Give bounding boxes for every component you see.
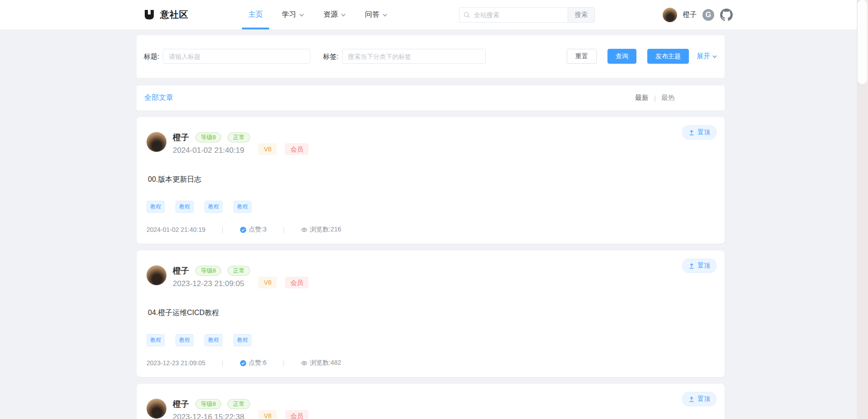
- post-card: 置顶 橙子 等级8 正常 2024-01-02 21:40:19 V8 会员 0…: [137, 117, 725, 244]
- post-tag[interactable]: 教程: [233, 334, 251, 346]
- post-author[interactable]: 橙子: [173, 265, 189, 276]
- status-badge: 正常: [228, 399, 250, 409]
- global-search: 搜索: [459, 7, 595, 23]
- post-tag[interactable]: 教程: [175, 334, 194, 346]
- nav-item-learn[interactable]: 学习: [275, 0, 311, 29]
- post-author[interactable]: 橙子: [173, 399, 189, 410]
- post-tag[interactable]: 教程: [147, 334, 165, 346]
- likes-count: 点赞:3: [249, 226, 267, 234]
- footer-divider: |: [222, 226, 223, 233]
- likes-stat: 点赞:3: [240, 226, 267, 234]
- likes-stat: 点赞:6: [240, 359, 267, 367]
- post-tag[interactable]: 教程: [147, 201, 165, 213]
- tag-filter-input[interactable]: [342, 49, 486, 64]
- avatar[interactable]: [147, 399, 166, 419]
- pin-top-button[interactable]: 置顶: [682, 392, 716, 406]
- brand-name: 意社区: [160, 9, 189, 21]
- username[interactable]: 橙子: [683, 10, 697, 19]
- github-icon[interactable]: [720, 9, 733, 21]
- sort-newest[interactable]: 最新: [635, 94, 649, 102]
- member-badge: 会员: [285, 410, 308, 419]
- search-button[interactable]: 搜索: [568, 7, 595, 23]
- views-stat: 浏览数:216: [301, 226, 341, 234]
- post-tag[interactable]: 教程: [204, 334, 223, 346]
- post-title[interactable]: 00.版本更新日志: [148, 175, 716, 184]
- views-count: 浏览数:482: [310, 359, 341, 367]
- publish-topic-button[interactable]: 发布主题: [647, 49, 689, 64]
- footer-divider: |: [283, 226, 285, 233]
- user-area: 橙子 G: [663, 0, 733, 29]
- pin-label: 置顶: [697, 128, 710, 137]
- brand[interactable]: 意社区: [143, 0, 189, 29]
- views-count: 浏览数:216: [310, 226, 341, 234]
- vip-badge: V8: [258, 143, 277, 155]
- footer-divider: |: [222, 359, 223, 367]
- level-badge: 等级8: [195, 266, 221, 276]
- expand-toggle[interactable]: 展开: [697, 52, 717, 61]
- avatar[interactable]: [147, 265, 166, 285]
- pin-top-button[interactable]: 置顶: [682, 125, 716, 140]
- arrow-up-to-line-icon: [688, 263, 695, 269]
- arrow-up-to-line-icon: [688, 396, 695, 402]
- post-datetime: 2023-12-23 21:09:05: [173, 279, 250, 288]
- nav-item-qa[interactable]: 问答: [359, 0, 394, 29]
- level-badge: 等级8: [195, 399, 221, 409]
- title-filter-label: 标题:: [144, 49, 159, 64]
- avatar[interactable]: [147, 132, 166, 152]
- nav-item-resources[interactable]: 资源: [317, 0, 352, 29]
- list-header: 全部文章 最新 | 最热: [137, 85, 725, 110]
- chevron-down-icon: [341, 12, 346, 18]
- tag-filter-label: 标签:: [323, 49, 338, 64]
- scrollbar-thumb[interactable]: [858, 0, 867, 84]
- main-nav: 主页 学习 资源 问答: [239, 0, 397, 29]
- title-filter-input[interactable]: [163, 49, 310, 64]
- post-card: 置顶 橙子 等级8 正常 2023-12-16 15:22:38 V8 会员: [137, 384, 725, 419]
- level-badge: 等级8: [195, 132, 221, 142]
- check-circle-icon: [240, 226, 247, 233]
- search-input[interactable]: [459, 7, 568, 23]
- arrow-up-to-line-icon: [688, 129, 695, 136]
- category-all-articles[interactable]: 全部文章: [144, 93, 173, 103]
- sort-divider: |: [654, 94, 656, 102]
- check-circle-icon: [240, 360, 247, 367]
- member-badge: 会员: [285, 143, 308, 155]
- pin-top-button[interactable]: 置顶: [682, 259, 716, 273]
- likes-count: 点赞:6: [249, 359, 267, 367]
- query-button[interactable]: 查询: [607, 49, 636, 64]
- post-title[interactable]: 04.橙子运维CICD教程: [148, 308, 716, 318]
- filter-bar: 标题: 标签: 重置 查询 发布主题 展开: [137, 35, 725, 78]
- reset-button[interactable]: 重置: [567, 49, 597, 64]
- community-logo-icon: [143, 9, 156, 21]
- nav-label: 学习: [282, 10, 296, 19]
- post-datetime: 2023-12-16 15:22:38: [173, 413, 250, 419]
- post-card: 置顶 橙子 等级8 正常 2023-12-23 21:09:05 V8 会员 0…: [137, 250, 725, 377]
- post-datetime: 2024-01-02 21:40:19: [173, 146, 250, 155]
- eye-icon: [301, 226, 308, 233]
- nav-label: 主页: [248, 10, 263, 19]
- chevron-down-icon: [712, 54, 717, 59]
- vip-badge: V8: [258, 277, 277, 288]
- member-badge: 会员: [285, 277, 308, 288]
- post-author[interactable]: 橙子: [173, 132, 189, 143]
- post-footer: 2024-01-02 21:40:19 | 点赞:3 | 浏览数:216: [147, 226, 716, 234]
- avatar[interactable]: [663, 8, 677, 22]
- chevron-down-icon: [382, 12, 388, 18]
- post-tag[interactable]: 教程: [175, 201, 194, 213]
- sort-hottest[interactable]: 最热: [661, 94, 675, 102]
- footer-divider: |: [283, 359, 285, 367]
- nav-label: 资源: [323, 10, 338, 19]
- posted-date: 2023-12-23 21:09:05: [147, 359, 205, 367]
- gitee-icon[interactable]: G: [702, 9, 714, 21]
- eye-icon: [301, 360, 308, 367]
- status-badge: 正常: [228, 266, 250, 276]
- post-footer: 2023-12-23 21:09:05 | 点赞:6 | 浏览数:482: [147, 359, 716, 367]
- post-tag[interactable]: 教程: [204, 201, 223, 213]
- scrollbar-track[interactable]: [857, 0, 868, 419]
- posted-date: 2024-01-02 21:40:19: [147, 226, 205, 233]
- expand-label: 展开: [697, 52, 710, 61]
- views-stat: 浏览数:482: [301, 359, 341, 367]
- nav-item-home[interactable]: 主页: [242, 0, 269, 29]
- post-tag[interactable]: 教程: [233, 201, 251, 213]
- search-icon: [463, 11, 470, 19]
- chevron-down-icon: [299, 12, 304, 18]
